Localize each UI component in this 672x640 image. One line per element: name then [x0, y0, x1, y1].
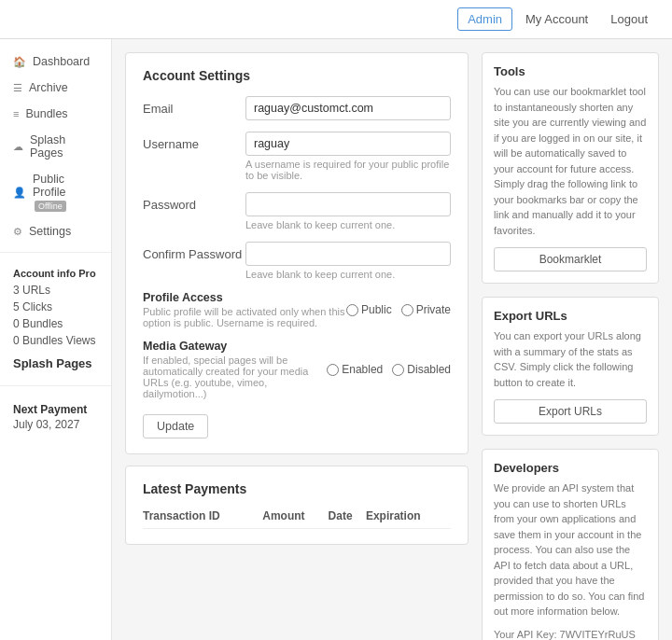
confirm-password-field-wrap: Leave blank to keep current one. [245, 242, 451, 280]
main-layout: 🏠 Dashboard ☰ Archive ≡ Bundles ☁ Splash… [0, 39, 672, 640]
stat-bundle-views: 0 Bundles Views [0, 332, 111, 349]
payments-table: Transaction ID Amount Date Expiration [143, 509, 451, 529]
payments-header-row: Transaction ID Amount Date Expiration [143, 509, 451, 529]
confirm-password-input[interactable] [245, 242, 451, 266]
tools-card: Tools You can use our bookmarklet tool t… [482, 52, 659, 284]
col-date: Date [329, 509, 366, 529]
col-amount: Amount [262, 509, 328, 529]
splash-pages-icon: ☁ [13, 141, 23, 153]
media-gateway-desc: If enabled, special pages will be automa… [143, 355, 327, 399]
next-payment-date: July 03, 2027 [0, 418, 111, 438]
media-enabled-radio[interactable] [327, 364, 339, 376]
sidebar-divider-1 [0, 252, 111, 253]
export-urls-desc: You can export your URLs along with a su… [494, 328, 647, 390]
sidebar-item-archive[interactable]: ☰ Archive [0, 75, 111, 101]
sidebar-splash-pages[interactable]: Splash Pages [0, 349, 111, 378]
password-hint: Leave blank to keep current one. [245, 219, 451, 230]
bundles-icon: ≡ [13, 108, 19, 119]
settings-icon: ⚙ [13, 226, 22, 238]
username-hint: A username is required for your public p… [245, 159, 451, 181]
top-nav: Admin My Account Logout [0, 0, 672, 39]
sidebar-item-dashboard[interactable]: 🏠 Dashboard [0, 49, 111, 75]
password-label: Password [143, 192, 245, 212]
latest-payments-card: Latest Payments Transaction ID Amount Da… [125, 466, 469, 545]
account-settings-card: Account Settings Email Username A userna… [125, 52, 469, 454]
confirm-password-row: Confirm Password Leave blank to keep cur… [143, 242, 451, 280]
email-row: Email [143, 96, 451, 120]
profile-icon: 👤 [13, 187, 26, 199]
sidebar-item-bundles[interactable]: ≡ Bundles [0, 101, 111, 127]
profile-access-row: Profile Access Public profile will be ac… [143, 291, 451, 328]
admin-link[interactable]: Admin [457, 7, 512, 31]
developers-title: Developers [494, 461, 647, 475]
profile-access-left: Profile Access Public profile will be ac… [143, 291, 346, 328]
email-input[interactable] [245, 96, 451, 120]
media-enabled-option[interactable]: Enabled [327, 363, 383, 376]
top-nav-links: Admin My Account Logout [457, 7, 657, 31]
col-expiration: Expiration [366, 509, 451, 529]
export-urls-title: Export URLs [494, 309, 647, 323]
bookmarklet-button[interactable]: Bookmarklet [494, 247, 647, 271]
latest-payments-title: Latest Payments [143, 481, 451, 496]
center-col: Account Settings Email Username A userna… [125, 52, 469, 640]
profile-access-desc: Public profile will be activated only wh… [143, 306, 346, 328]
sidebar-item-public-profile[interactable]: 👤 Public Profile Offline [0, 166, 111, 218]
username-input[interactable] [245, 132, 451, 156]
sidebar-item-splash-pages[interactable]: ☁ Splash Pages [0, 127, 111, 166]
profile-access-options: Public Private [346, 303, 451, 316]
sidebar-item-settings[interactable]: ⚙ Settings [0, 218, 111, 244]
tools-title: Tools [494, 64, 647, 78]
username-field-wrap: A username is required for your public p… [245, 132, 451, 181]
col-transaction-id: Transaction ID [143, 509, 262, 529]
password-input[interactable] [245, 192, 451, 216]
profile-public-radio[interactable] [346, 304, 358, 316]
pro-badge: Pro [78, 268, 95, 279]
main-content: Account Settings Email Username A userna… [112, 39, 672, 640]
export-urls-button[interactable]: Export URLs [494, 399, 647, 424]
stat-clicks: 5 Clicks [0, 299, 111, 315]
media-disabled-radio[interactable] [392, 364, 404, 376]
profile-private-option[interactable]: Private [401, 303, 451, 316]
email-label: Email [143, 96, 245, 116]
media-gateway-row: Media Gateway If enabled, special pages … [143, 340, 451, 399]
right-col: Tools You can use our bookmarklet tool t… [482, 52, 659, 640]
developers-desc: We provide an API system that you can us… [494, 480, 647, 619]
tools-desc: You can use our bookmarklet tool to inst… [494, 84, 647, 238]
media-gateway-options: Enabled Disabled [327, 363, 451, 376]
confirm-password-hint: Leave blank to keep current one. [245, 269, 451, 280]
media-disabled-option[interactable]: Disabled [392, 363, 451, 376]
profile-private-radio[interactable] [401, 304, 413, 316]
username-row: Username A username is required for your… [143, 132, 451, 181]
account-settings-title: Account Settings [143, 68, 451, 83]
profile-access-title: Profile Access [143, 291, 346, 304]
export-urls-card: Export URLs You can export your URLs alo… [482, 297, 659, 436]
update-button[interactable]: Update [143, 414, 208, 438]
media-gateway-title: Media Gateway [143, 340, 327, 353]
confirm-password-label: Confirm Password [143, 242, 245, 261]
next-payment-label: Next Payment [0, 394, 111, 418]
api-key-text: Your API Key: 7WVITEYrRuUS [494, 629, 647, 640]
developers-card: Developers We provide an API system that… [482, 449, 659, 640]
home-icon: 🏠 [13, 56, 26, 68]
password-field-wrap: Leave blank to keep current one. [245, 192, 451, 230]
logout-link[interactable]: Logout [601, 8, 657, 30]
media-gateway-left: Media Gateway If enabled, special pages … [143, 340, 327, 399]
sidebar-divider-2 [0, 385, 111, 386]
profile-public-option[interactable]: Public [346, 303, 392, 316]
sidebar: 🏠 Dashboard ☰ Archive ≡ Bundles ☁ Splash… [0, 39, 112, 640]
offline-badge: Offline [35, 201, 66, 212]
password-row: Password Leave blank to keep current one… [143, 192, 451, 230]
stat-bundles: 0 Bundles [0, 315, 111, 332]
email-field-wrap [245, 96, 451, 120]
username-label: Username [143, 132, 245, 151]
stat-urls: 3 URLs [0, 282, 111, 299]
account-info-label: Account info Pro [0, 260, 111, 282]
my-account-link[interactable]: My Account [516, 8, 597, 30]
archive-icon: ☰ [13, 82, 22, 94]
